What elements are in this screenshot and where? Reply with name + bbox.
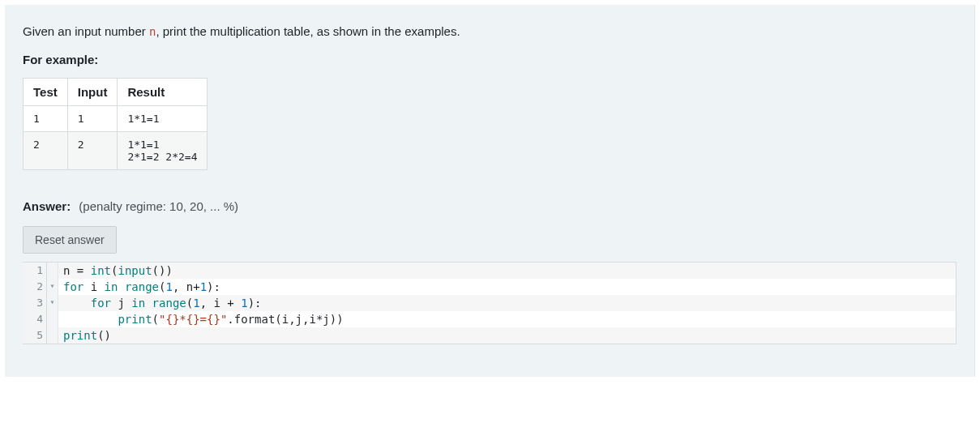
editor-line[interactable]: 3▾ for j in range(1, i + 1):	[23, 295, 956, 311]
fold-toggle-icon[interactable]: ▾	[47, 295, 58, 311]
code-content[interactable]: for j in range(1, i + 1):	[58, 295, 956, 311]
reset-answer-button[interactable]: Reset answer	[23, 226, 117, 254]
line-number: 4	[23, 311, 47, 327]
code-editor[interactable]: 1n = int(input())2▾for i in range(1, n+1…	[23, 262, 956, 344]
prompt-after: , print the multiplication table, as sho…	[156, 24, 460, 38]
cell-result: 1*1=1	[118, 105, 208, 131]
for-example-label: For example:	[23, 53, 956, 66]
code-content[interactable]: print("{}*{}={}".format(i,j,i*j))	[58, 311, 956, 327]
cell-test: 1	[24, 105, 68, 131]
editor-line[interactable]: 4 print("{}*{}={}".format(i,j,i*j))	[23, 311, 956, 327]
editor-line[interactable]: 2▾for i in range(1, n+1):	[23, 279, 956, 295]
prompt-text: Given an input number n, print the multi…	[23, 23, 956, 41]
cell-input: 2	[67, 131, 118, 169]
fold-toggle-icon[interactable]: ▾	[47, 279, 58, 295]
line-number: 2	[23, 279, 47, 295]
answer-label: Answer:	[23, 199, 71, 213]
code-content[interactable]: for i in range(1, n+1):	[58, 279, 956, 295]
col-test: Test	[24, 78, 68, 105]
line-number: 5	[23, 327, 47, 344]
penalty-regime: (penalty regime: 10, 20, ... %)	[79, 199, 238, 213]
cell-test: 2	[24, 131, 68, 169]
prompt-before: Given an input number	[23, 24, 149, 38]
cell-input: 1	[67, 105, 118, 131]
cell-result: 1*1=1 2*1=2 2*2=4	[118, 131, 208, 169]
question-panel: Given an input number n, print the multi…	[5, 5, 975, 377]
table-row: 1 1 1*1=1	[24, 105, 208, 131]
line-number: 3	[23, 295, 47, 311]
examples-table: Test Input Result 1 1 1*1=1 2 2 1*1=1 2*…	[23, 78, 208, 170]
col-result: Result	[118, 78, 208, 105]
fold-toggle-icon	[47, 263, 58, 279]
table-row: 2 2 1*1=1 2*1=2 2*2=4	[24, 131, 208, 169]
fold-toggle-icon	[47, 327, 58, 344]
line-number: 1	[23, 263, 47, 279]
editor-line[interactable]: 5print()	[23, 327, 956, 344]
fold-toggle-icon	[47, 311, 58, 327]
editor-line[interactable]: 1n = int(input())	[23, 263, 956, 279]
col-input: Input	[67, 78, 118, 105]
answer-row: Answer: (penalty regime: 10, 20, ... %)	[23, 199, 956, 213]
code-content[interactable]: print()	[58, 327, 956, 344]
code-content[interactable]: n = int(input())	[58, 263, 956, 279]
